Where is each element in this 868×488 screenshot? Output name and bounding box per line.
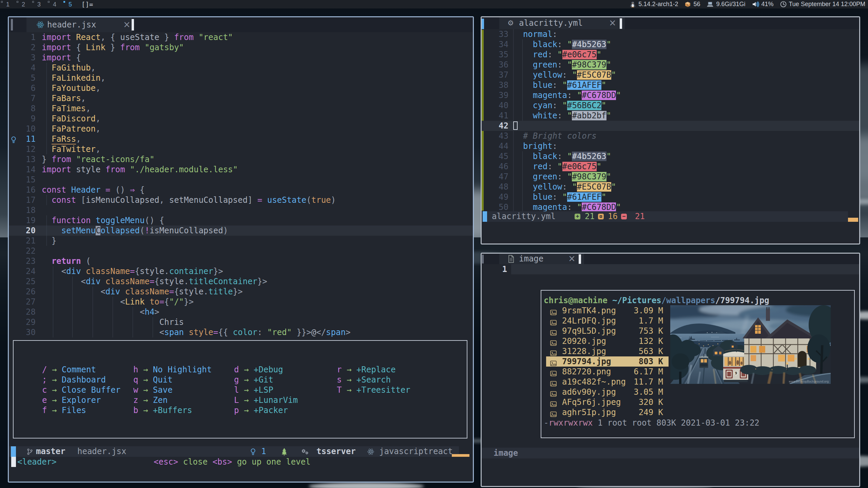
whichkey-binding[interactable]: L → +LunarVim: [234, 395, 298, 405]
whichkey-binding[interactable]: f → Files: [42, 405, 120, 415]
arrow-icon: →: [239, 385, 253, 395]
file-row[interactable]: aghr5Ip.jpg249 K: [544, 407, 852, 417]
file-row[interactable]: ad6v90y.jpg3.05 M: [544, 387, 852, 397]
whichkey-binding[interactable]: d → +Debug: [234, 365, 298, 375]
whichkey-binding[interactable]: r → +Replace: [337, 365, 410, 375]
whichkey-key: /: [42, 365, 47, 374]
lsp-server-name: tsserver: [316, 446, 356, 457]
indent-guide: [153, 327, 153, 337]
whichkey-binding[interactable]: s → +Search: [337, 375, 410, 385]
code-line: 13} from "react-icons/fa": [9, 154, 473, 164]
line-number: 45: [482, 151, 513, 161]
code-area[interactable]: 1: [482, 264, 859, 274]
tab-close-icon[interactable]: ×: [568, 254, 576, 263]
indent-guide: [513, 202, 514, 212]
whichkey-label: +Search: [356, 375, 391, 385]
tag-label: 3: [37, 1, 41, 8]
lsp-gears-icon: [301, 448, 309, 456]
code-text: import { Link } from "gatsby": [42, 42, 473, 53]
indent-guide: [513, 182, 514, 192]
workspace-tag-4[interactable]: 4: [47, 0, 62, 8]
diagnostic-hint-count[interactable]: 1: [261, 446, 266, 457]
tab-close-icon[interactable]: ×: [609, 18, 616, 28]
dwm-status-bar: 1 2 3 4 5 []= 5.14.2-arch1-2 56 9.6Gi/31…: [0, 0, 868, 8]
sign-column: [9, 154, 18, 164]
whichkey-binding[interactable]: w → Save: [133, 385, 212, 395]
line-number: 50: [482, 202, 513, 212]
indent-guide: [153, 317, 153, 327]
whichkey-binding[interactable]: g → +Git: [234, 375, 298, 385]
permission-bits: rwxrwxrwx: [548, 418, 593, 428]
code-line: 46 red: "#e06c75": [482, 161, 859, 172]
speaker-icon: [752, 1, 759, 7]
status-text: 9.6Gi/31Gi: [716, 1, 745, 8]
whichkey-binding[interactable]: h → No Highlight: [133, 365, 212, 375]
indent-guide: [93, 317, 93, 327]
indent-guide: [46, 144, 47, 154]
cmdline-cursor: [11, 457, 16, 467]
whichkey-binding[interactable]: b → +Buffers: [133, 405, 212, 415]
indent-guide: [113, 297, 113, 307]
line-number: 44: [482, 141, 513, 151]
file-row[interactable]: AFq5r6j.jpeg320 K: [544, 397, 852, 407]
code-line: 17 const [isMenuCollapsed, setMenuCollap…: [9, 195, 473, 205]
whichkey-key: L: [234, 395, 239, 405]
tab-close-icon[interactable]: ×: [123, 19, 131, 30]
indent-guide: [522, 80, 523, 90]
tab-label[interactable]: alacritty.yml: [519, 18, 583, 28]
indent-guide: [513, 39, 514, 50]
line-number: 19: [18, 215, 42, 226]
line-number: 7: [18, 93, 42, 103]
whichkey-binding[interactable]: T → +Treesitter: [337, 385, 410, 395]
whichkey-column: h → No Highlightq → Quitw → Savez → Zenb…: [133, 365, 212, 415]
layout-symbol[interactable]: []=: [81, 1, 93, 8]
sign-column: [9, 236, 18, 246]
indent-guide: [513, 50, 514, 60]
sign-column: [9, 215, 18, 226]
code-text: import React, { useState } from "react": [42, 32, 473, 42]
whichkey-binding[interactable]: z → Zen: [133, 395, 212, 405]
arrow-icon: →: [47, 395, 61, 405]
whichkey-binding[interactable]: / → Comment: [42, 365, 120, 375]
line-number: 37: [482, 70, 513, 80]
editor-window-alacritty-yml: ⚙ alacritty.yml × 33 normal:34 black: "#…: [481, 16, 860, 245]
tab-label[interactable]: header.jsx: [47, 20, 96, 30]
whichkey-key: T: [337, 385, 342, 395]
filetype-react-icon: [367, 448, 374, 457]
code-text: FaTimes,: [42, 103, 473, 114]
sign-column: [9, 103, 18, 114]
sign-column: [9, 297, 18, 307]
workspace-tag-5-active[interactable]: 5: [62, 0, 78, 8]
sign-column: [9, 256, 18, 266]
code-line: 42: [482, 121, 859, 131]
line-number: 6: [18, 83, 42, 93]
preview-watermark: www.DesktopBackground.org: [789, 380, 829, 383]
indent-guide: [513, 192, 514, 202]
whichkey-binding[interactable]: q → Quit: [133, 375, 212, 385]
sign-column: [9, 307, 18, 317]
code-area[interactable]: 1import React, { useState } from "react"…: [9, 32, 473, 337]
whichkey-binding[interactable]: e → Explorer: [42, 395, 120, 405]
code-line: 36 green: "#98C379": [482, 60, 859, 70]
gear-icon: ⚙: [507, 19, 514, 27]
workspace-tag-2[interactable]: 2: [16, 0, 31, 8]
whichkey-label: Comment: [62, 365, 96, 374]
git-branch-name[interactable]: master: [36, 446, 65, 457]
tag-indicator: [63, 1, 65, 3]
whichkey-binding[interactable]: c → Close Buffer: [42, 385, 120, 395]
picker-path-header: chris@machine ~/Pictures/wallpapers/7997…: [544, 295, 852, 306]
whichkey-binding[interactable]: p → +Packer: [234, 405, 298, 415]
code-line: 23 return (: [9, 256, 473, 266]
workspace-tag-3[interactable]: 3: [31, 0, 47, 8]
indent-guide: [72, 297, 73, 307]
workspace-tag-1[interactable]: 1: [0, 0, 16, 8]
code-area[interactable]: 33 normal:34 black: "#4b5263"35 red: "#e…: [482, 29, 859, 212]
code-line: 47 green: "#98C379": [482, 172, 859, 182]
indent-guide: [513, 100, 514, 111]
tab-label[interactable]: image: [519, 254, 543, 263]
lightbulb-icon: [250, 448, 256, 457]
git-branch-icon: [26, 448, 34, 457]
whichkey-binding[interactable]: l → +LSP: [234, 385, 298, 395]
whichkey-binding[interactable]: ; → Dashboard: [42, 375, 120, 385]
command-line[interactable]: <leader> <esc> close <bs> go up one leve…: [9, 457, 473, 467]
